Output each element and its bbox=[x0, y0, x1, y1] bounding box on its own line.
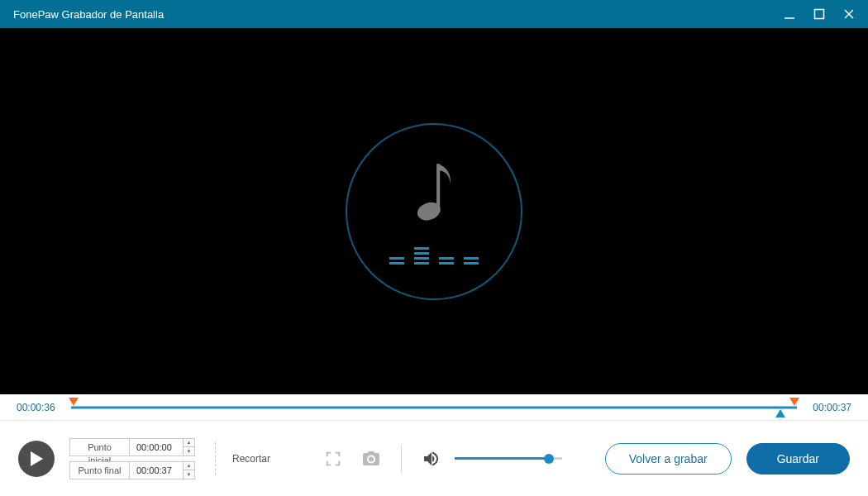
trim-end-spinner: ▲ ▼ bbox=[183, 462, 194, 479]
titlebar: FonePaw Grabador de Pantalla bbox=[0, 0, 868, 28]
camera-icon bbox=[361, 450, 381, 468]
fullscreen-button[interactable] bbox=[322, 447, 345, 470]
window-controls bbox=[784, 8, 860, 20]
trim-end-marker[interactable] bbox=[789, 398, 799, 406]
expand-icon bbox=[324, 450, 342, 468]
volume-button[interactable] bbox=[420, 447, 443, 470]
timeline-progress bbox=[71, 406, 797, 408]
separator bbox=[215, 442, 216, 475]
svg-marker-5 bbox=[31, 451, 43, 466]
trim-start-label: Punto inicial bbox=[69, 438, 129, 456]
trim-start-marker[interactable] bbox=[69, 398, 79, 406]
trim-controls: Punto inicial 00:00:00 ▲ ▼ Punto final 0… bbox=[69, 438, 195, 479]
speaker-icon bbox=[422, 450, 441, 468]
total-time-label: 00:00:37 bbox=[805, 402, 851, 413]
trim-end-row: Punto final 00:00:37 ▲ ▼ bbox=[69, 461, 195, 479]
volume-slider[interactable] bbox=[455, 453, 562, 465]
trim-start-input[interactable]: 00:00:00 ▲ ▼ bbox=[129, 438, 195, 456]
separator bbox=[401, 445, 402, 473]
current-time-label: 00:00:36 bbox=[17, 402, 63, 413]
window-title: FonePaw Grabador de Pantalla bbox=[13, 8, 784, 21]
trim-start-up[interactable]: ▲ bbox=[184, 439, 194, 448]
music-note-icon bbox=[411, 159, 457, 225]
trim-start-spinner: ▲ ▼ bbox=[183, 439, 194, 455]
trim-end-label: Punto final bbox=[69, 461, 129, 479]
maximize-button[interactable] bbox=[813, 8, 825, 20]
playhead-marker[interactable] bbox=[775, 409, 785, 417]
timeline-track[interactable] bbox=[71, 399, 797, 416]
trim-end-value: 00:00:37 bbox=[130, 462, 183, 479]
play-icon bbox=[29, 451, 44, 467]
trim-start-row: Punto inicial 00:00:00 ▲ ▼ bbox=[69, 438, 195, 456]
volume-thumb[interactable] bbox=[544, 454, 554, 464]
minimize-button[interactable] bbox=[784, 8, 795, 20]
volume-fill bbox=[455, 457, 549, 460]
screenshot-button[interactable] bbox=[360, 447, 383, 470]
controls-row: Punto inicial 00:00:00 ▲ ▼ Punto final 0… bbox=[0, 421, 868, 496]
trim-end-input[interactable]: 00:00:37 ▲ ▼ bbox=[129, 461, 195, 479]
play-button[interactable] bbox=[18, 441, 55, 477]
equalizer-icon bbox=[389, 246, 479, 265]
close-button[interactable] bbox=[843, 8, 855, 20]
svg-rect-1 bbox=[815, 10, 824, 19]
timeline-row: 00:00:36 00:00:37 bbox=[0, 394, 868, 421]
trim-start-value: 00:00:00 bbox=[130, 439, 183, 455]
re-record-button[interactable]: Volver a grabar bbox=[605, 443, 732, 475]
trim-end-up[interactable]: ▲ bbox=[184, 462, 194, 471]
audio-placeholder bbox=[346, 123, 522, 300]
preview-area bbox=[0, 28, 868, 394]
trim-button[interactable]: Recortar bbox=[232, 453, 270, 465]
volume-control bbox=[420, 447, 562, 470]
save-button[interactable]: Guardar bbox=[746, 443, 850, 475]
trim-start-down[interactable]: ▼ bbox=[184, 447, 194, 455]
trim-end-down[interactable]: ▼ bbox=[184, 470, 194, 479]
